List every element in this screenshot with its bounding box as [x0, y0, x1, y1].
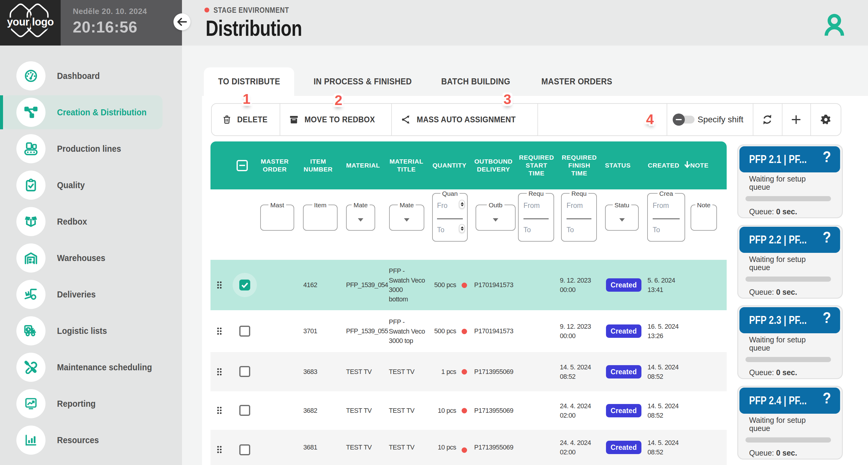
svg-text:your logo: your logo	[7, 16, 54, 28]
